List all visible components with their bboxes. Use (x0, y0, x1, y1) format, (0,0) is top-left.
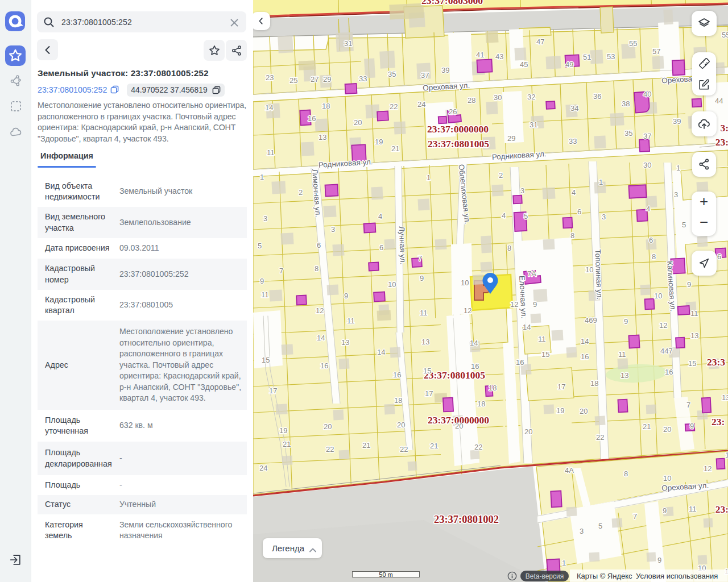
svg-text:23:37:0000000: 23:37:0000000 (427, 123, 489, 135)
svg-text:16: 16 (665, 368, 673, 376)
svg-text:3:: 3: (720, 122, 728, 134)
svg-text:18: 18 (489, 384, 497, 392)
svg-text:51: 51 (583, 53, 591, 61)
svg-text:9: 9 (690, 422, 694, 430)
svg-text:10: 10 (663, 474, 671, 483)
svg-text:6: 6 (577, 207, 581, 216)
svg-text:1: 1 (599, 178, 603, 186)
svg-text:27: 27 (311, 75, 318, 84)
svg-text:23:: 23: (715, 136, 728, 148)
svg-text:20: 20 (580, 407, 588, 415)
svg-text:20: 20 (455, 422, 463, 430)
svg-text:35: 35 (388, 70, 396, 78)
svg-text:23:3: 23:3 (707, 356, 725, 368)
svg-text:23:37:0801002: 23:37:0801002 (434, 514, 499, 525)
svg-text:11: 11 (420, 309, 428, 317)
svg-text:21: 21 (643, 422, 651, 431)
svg-text:15: 15 (423, 367, 431, 375)
svg-text:11: 11 (690, 309, 698, 318)
svg-text:4А: 4А (565, 466, 574, 475)
svg-text:22: 22 (400, 445, 408, 454)
svg-text:37: 37 (421, 71, 429, 80)
svg-text:45: 45 (520, 60, 528, 69)
svg-text:20: 20 (524, 427, 532, 436)
svg-text:20: 20 (663, 425, 671, 434)
svg-text:49: 49 (565, 60, 573, 69)
svg-text:8: 8 (570, 231, 574, 240)
svg-text:29: 29 (323, 75, 331, 84)
svg-text:8: 8 (315, 264, 318, 273)
svg-text:5: 5 (258, 242, 262, 250)
svg-text:10: 10 (654, 292, 662, 300)
svg-text:53: 53 (607, 52, 615, 61)
svg-text:33: 33 (569, 137, 577, 146)
svg-text:13: 13 (421, 338, 429, 346)
svg-text:9: 9 (260, 277, 264, 285)
svg-text:28: 28 (468, 96, 475, 105)
svg-text:Лунная ул.: Лунная ул. (398, 226, 407, 265)
svg-text:3: 3 (602, 213, 606, 221)
svg-text:7: 7 (686, 401, 690, 409)
svg-text:1: 1 (676, 164, 680, 172)
svg-text:9: 9 (657, 556, 661, 564)
svg-text:57: 57 (652, 47, 660, 56)
svg-text:19: 19 (375, 138, 383, 146)
svg-text:3: 3 (520, 186, 524, 195)
svg-text:12: 12 (316, 306, 324, 315)
svg-text:7: 7 (633, 512, 637, 521)
svg-text:16: 16 (471, 362, 479, 371)
svg-text:12: 12 (464, 306, 471, 315)
svg-text:5: 5 (524, 212, 528, 221)
svg-text:447: 447 (660, 347, 673, 355)
svg-text:14: 14 (725, 451, 728, 459)
svg-text:4: 4 (502, 211, 506, 220)
svg-text:30: 30 (643, 161, 651, 169)
svg-text:5: 5 (682, 221, 686, 229)
svg-text:14: 14 (265, 103, 273, 112)
svg-text:40: 40 (643, 90, 651, 98)
svg-text:13: 13 (621, 371, 628, 380)
svg-text:14: 14 (317, 334, 325, 342)
svg-text:16: 16 (581, 352, 589, 361)
svg-text:17: 17 (269, 386, 277, 395)
svg-text:31: 31 (530, 120, 537, 129)
svg-text:23: 23 (266, 73, 274, 82)
svg-text:21: 21 (391, 144, 399, 153)
svg-text:13: 13 (690, 331, 698, 340)
svg-text:23:: 23: (715, 504, 728, 515)
svg-text:22: 22 (390, 102, 398, 111)
svg-text:23:37:0803000: 23:37:0803000 (421, 0, 483, 6)
svg-text:55: 55 (629, 39, 637, 48)
svg-text:8: 8 (652, 252, 656, 261)
svg-text:13: 13 (341, 338, 349, 347)
svg-text:15: 15 (541, 350, 549, 359)
svg-text:19: 19 (279, 426, 287, 435)
svg-text:17: 17 (557, 383, 565, 391)
svg-text:23:37:0801005: 23:37:0801005 (424, 369, 485, 381)
svg-text:38: 38 (622, 99, 630, 108)
svg-text:24: 24 (417, 100, 425, 109)
svg-text:33: 33 (359, 74, 367, 83)
svg-text:44: 44 (715, 97, 723, 105)
svg-text:21: 21 (362, 441, 370, 450)
svg-text:3: 3 (263, 214, 267, 223)
svg-text:47: 47 (536, 38, 544, 46)
svg-text:35: 35 (624, 129, 632, 138)
svg-text:1: 1 (260, 173, 264, 181)
svg-text:19: 19 (556, 406, 564, 415)
svg-text:3: 3 (331, 225, 335, 234)
svg-text:13: 13 (318, 133, 326, 142)
svg-text:9: 9 (663, 506, 667, 515)
svg-text:12: 12 (704, 464, 712, 473)
svg-text:1: 1 (427, 173, 431, 182)
svg-text:14: 14 (581, 337, 589, 346)
svg-text:23:: 23: (712, 416, 725, 427)
svg-text:36: 36 (593, 92, 601, 101)
svg-text:21: 21 (430, 442, 438, 450)
svg-text:16: 16 (308, 114, 316, 123)
svg-text:15: 15 (262, 356, 270, 364)
svg-text:18: 18 (590, 379, 598, 388)
svg-text:14: 14 (470, 339, 478, 347)
svg-text:16: 16 (516, 358, 524, 367)
svg-text:8: 8 (507, 244, 511, 252)
